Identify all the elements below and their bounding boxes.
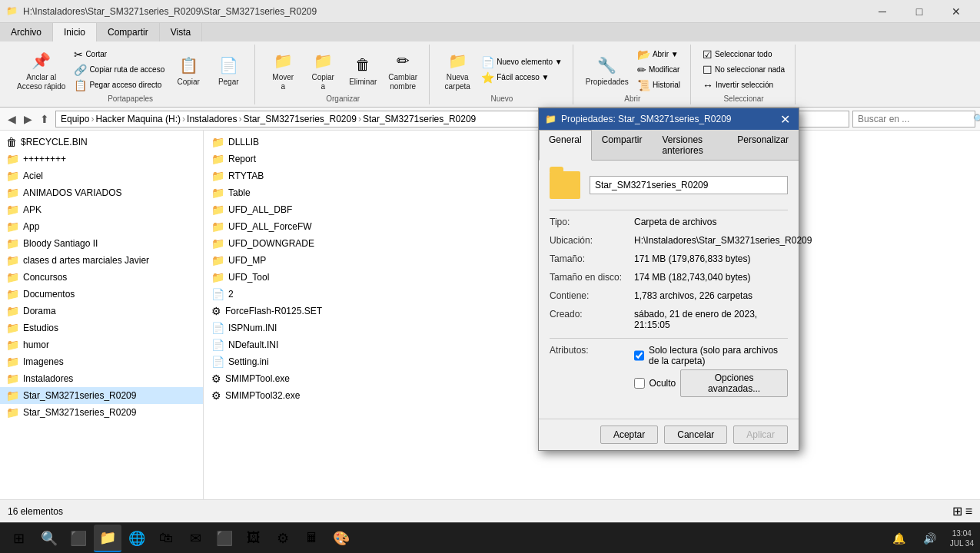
edge-button[interactable]: 🌐 <box>123 525 151 552</box>
mover-button[interactable]: 📁 Movera <box>264 47 301 93</box>
sidebar-item-label: App <box>23 221 39 232</box>
calculator-button[interactable]: 🖩 <box>298 525 326 552</box>
dialog-tabs: General Compartir Versiones anteriores P… <box>539 130 799 161</box>
dialog-tab-personalizar[interactable]: Personalizar <box>727 130 799 160</box>
sidebar-item[interactable]: 📁Estudios <box>0 320 203 336</box>
sidebar-item[interactable]: 📁ANIMADOS VARIADOS <box>0 184 203 201</box>
settings-button[interactable]: ⚙ <box>269 525 297 552</box>
breadcrumb-instaladores[interactable]: Instaladores <box>187 114 237 124</box>
dialog-close-button[interactable]: ✕ <box>777 111 792 127</box>
hidden-checkbox[interactable] <box>634 378 645 389</box>
large-icons-view-button[interactable]: ⊞ <box>952 504 962 518</box>
start-button[interactable]: ⊞ <box>3 525 34 552</box>
aplicar-button[interactable]: Aplicar <box>733 426 788 444</box>
pegar-button[interactable]: 📄 Pegar <box>210 51 247 88</box>
search-input[interactable] <box>858 114 973 124</box>
readonly-checkbox[interactable] <box>634 350 644 361</box>
eliminar-button[interactable]: 🗑 Eliminar <box>344 51 381 88</box>
task-view-button[interactable]: ⬛ <box>65 525 92 552</box>
folder-name-input[interactable] <box>590 176 788 194</box>
pegar-acceso-button[interactable]: 📋 Pegar acceso directo <box>71 78 167 92</box>
volume-button[interactable]: 🔊 <box>916 525 944 552</box>
cambiar-nombre-button[interactable]: ✏ Cambiarnombre <box>384 47 421 93</box>
forward-button[interactable]: ▶ <box>21 111 35 127</box>
historial-icon: 📜 <box>637 79 650 91</box>
aceptar-button[interactable]: Aceptar <box>600 426 658 444</box>
breadcrumb-hacker[interactable]: Hacker Maquina (H:) <box>95 114 181 124</box>
notification-button[interactable]: 🔔 <box>885 525 913 552</box>
breadcrumb-sep3: › <box>238 114 241 124</box>
abrir-button[interactable]: 📂 Abrir ▼ <box>635 48 683 61</box>
folder-icon: 📁 <box>6 170 19 182</box>
cancelar-button[interactable]: Cancelar <box>664 426 727 444</box>
tab-inicio[interactable]: Inicio <box>53 23 97 41</box>
sidebar-item[interactable]: 🗑$RECYCLE.BIN <box>0 134 203 151</box>
sidebar-item[interactable]: 📁Documentos <box>0 286 203 303</box>
property-label: Tamaño en disco: <box>550 272 634 283</box>
propiedades-button[interactable]: 🔧 Propiedades <box>583 51 632 88</box>
copiar-label: Copiar <box>177 78 199 87</box>
store-button[interactable]: 🛍 <box>152 525 180 552</box>
property-value: 171 MB (179,876,833 bytes) <box>634 253 788 264</box>
sidebar-item[interactable]: 📁Bloody Santiago II <box>0 235 203 252</box>
sidebar-item[interactable]: 📁Instaladores <box>0 370 203 387</box>
clock-area[interactable]: 13:04 JUL 34 <box>947 525 977 552</box>
sidebar-item[interactable]: 📁App <box>0 218 203 235</box>
breadcrumb-equipo[interactable]: Equipo <box>61 114 89 124</box>
minimize-button[interactable]: ─ <box>865 0 900 23</box>
property-label: Tipo: <box>550 217 634 227</box>
cortar-button[interactable]: ✂ Cortar <box>71 48 167 61</box>
historial-button[interactable]: 📜 Historial <box>635 78 683 92</box>
clock-date: JUL 34 <box>950 538 974 548</box>
sidebar-item[interactable]: 📁Concursos <box>0 269 203 286</box>
mail-button[interactable]: ✉ <box>181 525 209 552</box>
tab-vista[interactable]: Vista <box>160 23 202 41</box>
tab-archivo[interactable]: Archivo <box>0 23 53 41</box>
dialog-tab-versiones[interactable]: Versiones anteriores <box>652 130 727 160</box>
sidebar-item[interactable]: 📁APK <box>0 201 203 218</box>
back-button[interactable]: ◀ <box>5 111 19 127</box>
terminal-button[interactable]: ⬛ <box>211 525 238 552</box>
file-type-icon: 📁 <box>211 136 224 148</box>
search-taskbar-button[interactable]: 🔍 <box>35 525 63 552</box>
sidebar-item[interactable]: 📁humor <box>0 336 203 353</box>
sidebar-item[interactable]: 📁Dorama <box>0 303 203 320</box>
seleccionar-todo-button[interactable]: ☑ Seleccionar todo <box>700 48 787 61</box>
invertir-seleccion-button[interactable]: ↔ Invertir selección <box>700 78 787 92</box>
up-button[interactable]: ⬆ <box>37 111 52 127</box>
photos-button[interactable]: 🖼 <box>240 525 267 552</box>
sidebar-item[interactable]: 📁++++++++ <box>0 151 203 167</box>
historial-label: Historial <box>653 81 680 89</box>
paint-button[interactable]: 🎨 <box>327 525 355 552</box>
list-view-button[interactable]: ≡ <box>965 505 972 518</box>
dialog-tab-compartir[interactable]: Compartir <box>592 130 653 160</box>
copiar-ruta-button[interactable]: 🔗 Copiar ruta de acceso <box>71 63 167 77</box>
maximize-button[interactable]: □ <box>902 0 937 23</box>
file-name: NDefault.INI <box>228 339 278 350</box>
nueva-carpeta-button[interactable]: 📁 Nuevacarpeta <box>439 47 476 93</box>
avanzadas-button[interactable]: Opciones avanzadas... <box>680 369 788 397</box>
copiar-a-button[interactable]: 📁 Copiara <box>304 47 341 93</box>
nuevo-elemento-label: Nuevo elemento ▼ <box>497 58 563 66</box>
paint-icon: 🎨 <box>333 530 350 547</box>
tab-compartir[interactable]: Compartir <box>97 23 160 41</box>
hidden-label: Oculto <box>649 378 676 389</box>
folder-icon: 📁 <box>6 322 19 334</box>
breadcrumb-star2[interactable]: Star_SM3271series_R0209 <box>363 114 476 124</box>
close-button[interactable]: ✕ <box>938 0 974 23</box>
sidebar-item[interactable]: 📁Star_SM3271series_R0209 <box>0 387 203 404</box>
anclar-button[interactable]: 📌 Anclar alAcceso rápido <box>14 47 68 93</box>
sidebar-item[interactable]: 📁Aciel <box>0 167 203 184</box>
dialog-tab-general[interactable]: General <box>539 130 592 161</box>
sidebar-item[interactable]: 📁clases d artes marciales Javier <box>0 252 203 269</box>
sidebar-item[interactable]: 📁Star_SM3271series_R0209 <box>0 404 203 421</box>
nuevo-elemento-button[interactable]: 📄 Nuevo elemento ▼ <box>479 55 565 69</box>
facil-acceso-button[interactable]: ⭐ Fácil acceso ▼ <box>479 71 565 84</box>
sidebar-item[interactable]: 📁Imagenes <box>0 353 203 370</box>
file-explorer-taskbar-button[interactable]: 📁 <box>94 525 121 552</box>
no-seleccionar-button[interactable]: ☐ No seleccionar nada <box>700 63 787 77</box>
breadcrumb-star1[interactable]: Star_SM3271series_R0209 <box>243 114 356 124</box>
modificar-button[interactable]: ✏ Modificar <box>635 63 683 77</box>
copiar-button[interactable]: 📋 Copiar <box>170 51 207 88</box>
folder-icon: 📁 <box>6 271 19 283</box>
